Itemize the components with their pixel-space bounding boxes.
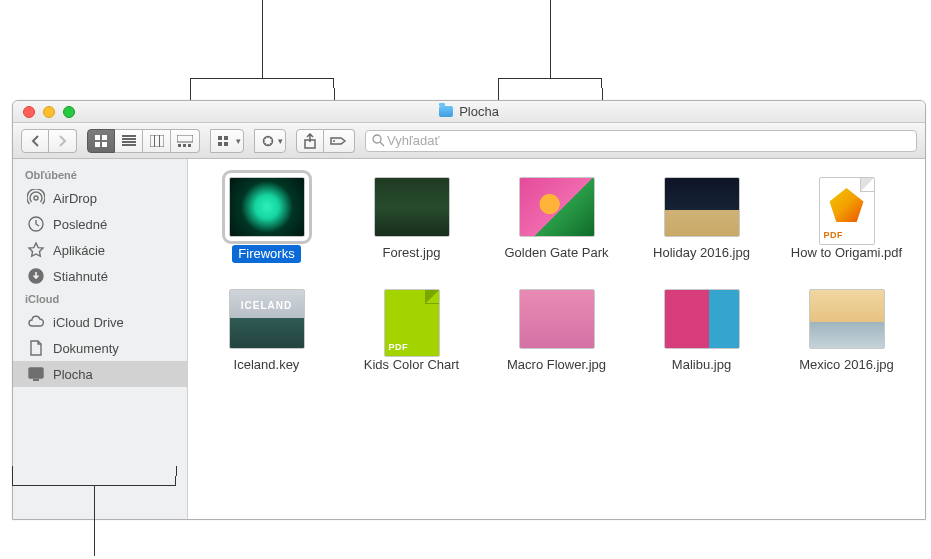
sidebar-header: iCloud bbox=[13, 289, 187, 309]
tags-button[interactable] bbox=[324, 129, 355, 153]
file-name[interactable]: Iceland.key bbox=[234, 357, 300, 373]
file-item[interactable]: PDFKids Color Chart bbox=[343, 289, 480, 373]
svg-point-15 bbox=[333, 140, 335, 142]
sidebar-item-label: AirDrop bbox=[53, 191, 97, 206]
file-name[interactable]: How to Origami.pdf bbox=[791, 245, 902, 261]
share-button[interactable] bbox=[296, 129, 324, 153]
back-button[interactable] bbox=[21, 129, 49, 153]
search-input[interactable] bbox=[385, 132, 910, 149]
chevron-down-icon: ▾ bbox=[278, 136, 283, 146]
annotation-bracket bbox=[498, 78, 602, 88]
svg-rect-12 bbox=[224, 142, 228, 146]
file-item[interactable]: Golden Gate Park bbox=[488, 177, 625, 263]
sidebar-item-label: iCloud Drive bbox=[53, 315, 124, 330]
arrange-button[interactable]: ▾ bbox=[210, 129, 244, 153]
svg-rect-6 bbox=[178, 144, 181, 147]
folder-icon bbox=[439, 106, 453, 117]
file-thumbnail[interactable] bbox=[664, 177, 740, 237]
file-name[interactable]: Mexico 2016.jpg bbox=[799, 357, 894, 373]
downloads-icon bbox=[27, 267, 45, 285]
nav-group bbox=[21, 129, 77, 153]
documents-icon bbox=[27, 339, 45, 357]
sidebar-item-airdrop[interactable]: AirDrop bbox=[13, 185, 187, 211]
file-name[interactable]: Macro Flower.jpg bbox=[507, 357, 606, 373]
sidebar-item-desktop[interactable]: Plocha bbox=[13, 361, 187, 387]
view-columns-button[interactable] bbox=[143, 129, 171, 153]
file-item[interactable]: Malibu.jpg bbox=[633, 289, 770, 373]
view-icons-button[interactable] bbox=[87, 129, 115, 153]
apps-icon bbox=[27, 241, 45, 259]
finder-window: Plocha bbox=[12, 100, 926, 520]
file-thumbnail[interactable] bbox=[229, 177, 305, 237]
file-item[interactable]: Macro Flower.jpg bbox=[488, 289, 625, 373]
file-item[interactable]: PDFHow to Origami.pdf bbox=[778, 177, 915, 263]
annotation-line bbox=[12, 466, 13, 476]
svg-rect-11 bbox=[224, 136, 228, 140]
file-name[interactable]: Forest.jpg bbox=[383, 245, 441, 261]
file-item[interactable]: ICELANDIceland.key bbox=[198, 289, 335, 373]
sidebar-item-apps[interactable]: Aplikácie bbox=[13, 237, 187, 263]
action-menu-button[interactable]: ▾ bbox=[254, 129, 286, 153]
toolbar: ▾ ▾ bbox=[13, 123, 925, 159]
titlebar[interactable]: Plocha bbox=[13, 101, 925, 123]
window-body: ObľúbenéAirDropPoslednéAplikácieStiahnut… bbox=[13, 159, 925, 519]
annotation-line bbox=[94, 486, 95, 556]
file-item[interactable]: Forest.jpg bbox=[343, 177, 480, 263]
file-thumbnail[interactable]: PDF bbox=[384, 289, 440, 357]
forward-button[interactable] bbox=[49, 129, 77, 153]
view-gallery-button[interactable] bbox=[171, 129, 200, 153]
file-thumbnail[interactable]: ICELAND bbox=[229, 289, 305, 349]
file-name[interactable]: Fireworks bbox=[232, 245, 300, 263]
svg-point-16 bbox=[373, 135, 381, 143]
svg-rect-3 bbox=[102, 142, 107, 147]
arrange-group: ▾ bbox=[210, 129, 244, 153]
recents-icon bbox=[27, 215, 45, 233]
file-area[interactable]: FireworksForest.jpgGolden Gate ParkHolid… bbox=[188, 159, 925, 519]
svg-rect-20 bbox=[29, 368, 43, 378]
file-name[interactable]: Kids Color Chart bbox=[364, 357, 459, 373]
airdrop-icon bbox=[27, 189, 45, 207]
file-name[interactable]: Malibu.jpg bbox=[672, 357, 731, 373]
sidebar: ObľúbenéAirDropPoslednéAplikácieStiahnut… bbox=[13, 159, 188, 519]
svg-rect-7 bbox=[183, 144, 186, 147]
sidebar-header: Obľúbené bbox=[13, 165, 187, 185]
action-group: ▾ bbox=[254, 129, 286, 153]
file-grid: FireworksForest.jpgGolden Gate ParkHolid… bbox=[198, 177, 915, 374]
file-thumbnail[interactable] bbox=[374, 177, 450, 237]
file-thumbnail[interactable] bbox=[664, 289, 740, 349]
svg-rect-5 bbox=[177, 135, 193, 142]
view-mode-group bbox=[87, 129, 200, 153]
window-title-text: Plocha bbox=[459, 104, 499, 119]
sidebar-item-label: Aplikácie bbox=[53, 243, 105, 258]
svg-rect-0 bbox=[95, 135, 100, 140]
annotation-line bbox=[176, 466, 177, 476]
file-thumbnail[interactable] bbox=[809, 289, 885, 349]
file-item[interactable]: Fireworks bbox=[198, 177, 335, 263]
share-tag-group bbox=[296, 129, 355, 153]
file-thumbnail[interactable]: PDF bbox=[819, 177, 875, 245]
file-thumbnail[interactable] bbox=[519, 289, 595, 349]
file-name[interactable]: Holiday 2016.jpg bbox=[653, 245, 750, 261]
sidebar-item-documents[interactable]: Dokumenty bbox=[13, 335, 187, 361]
file-item[interactable]: Mexico 2016.jpg bbox=[778, 289, 915, 373]
desktop-icon bbox=[27, 365, 45, 383]
view-list-button[interactable] bbox=[115, 129, 143, 153]
chevron-down-icon: ▾ bbox=[236, 136, 241, 146]
sidebar-item-cloud[interactable]: iCloud Drive bbox=[13, 309, 187, 335]
annotation-line bbox=[550, 0, 551, 78]
svg-rect-8 bbox=[188, 144, 191, 147]
file-name[interactable]: Golden Gate Park bbox=[504, 245, 608, 261]
file-thumbnail[interactable] bbox=[519, 177, 595, 237]
sidebar-item-downloads[interactable]: Stiahnuté bbox=[13, 263, 187, 289]
file-item[interactable]: Holiday 2016.jpg bbox=[633, 177, 770, 263]
annotation-line bbox=[262, 0, 263, 78]
window-title: Plocha bbox=[13, 104, 925, 119]
svg-rect-4 bbox=[150, 135, 164, 147]
svg-point-17 bbox=[34, 196, 38, 200]
svg-rect-10 bbox=[218, 142, 222, 146]
search-field[interactable] bbox=[365, 130, 917, 152]
search-icon bbox=[372, 134, 385, 147]
sidebar-item-recents[interactable]: Posledné bbox=[13, 211, 187, 237]
svg-rect-9 bbox=[218, 136, 222, 140]
sidebar-item-label: Plocha bbox=[53, 367, 93, 382]
